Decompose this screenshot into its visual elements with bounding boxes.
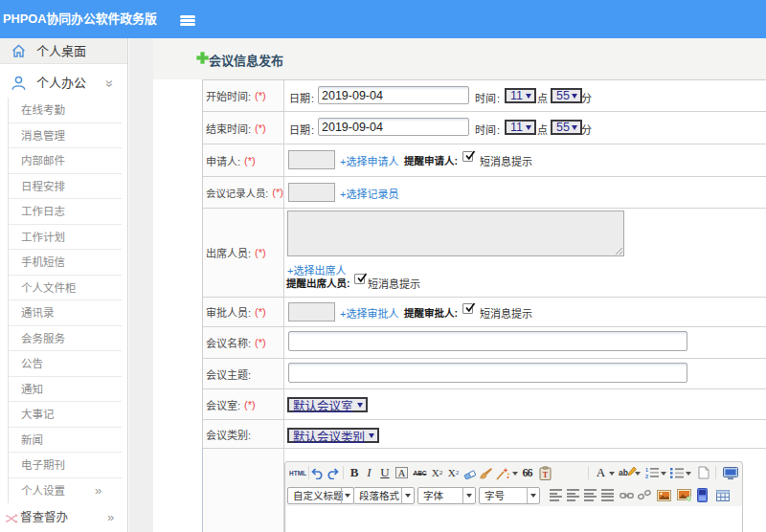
svg-text:T: T bbox=[543, 471, 549, 479]
svg-text:2: 2 bbox=[645, 474, 648, 479]
svg-text:1: 1 bbox=[645, 467, 648, 473]
